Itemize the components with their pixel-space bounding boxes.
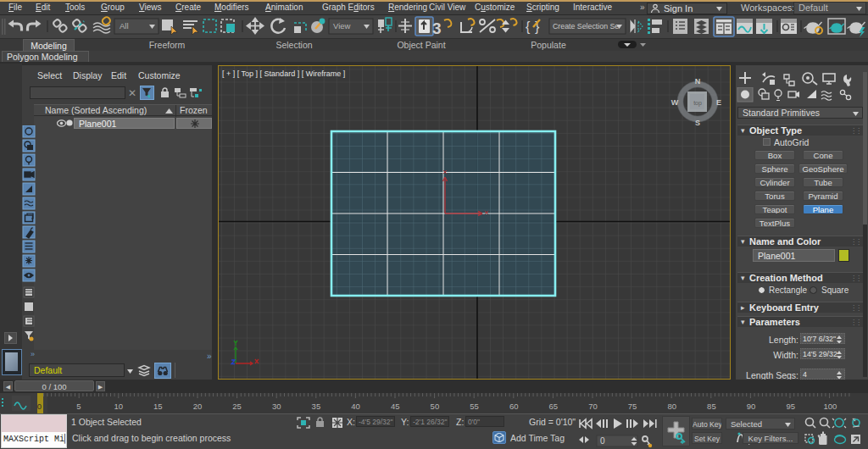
svg-text:top: top bbox=[693, 100, 702, 107]
svg-text:50: 50 bbox=[431, 402, 440, 411]
svg-text:65: 65 bbox=[549, 402, 559, 411]
svg-text:40: 40 bbox=[351, 402, 360, 411]
svg-text:10: 10 bbox=[114, 402, 123, 411]
svg-text:View: View bbox=[333, 21, 351, 30]
svg-text:15: 15 bbox=[153, 402, 163, 411]
svg-text:75: 75 bbox=[628, 402, 637, 411]
svg-text:N: N bbox=[695, 77, 701, 86]
svg-text:0: 0 bbox=[37, 402, 42, 411]
svg-text:{: { bbox=[526, 19, 531, 34]
svg-text:55: 55 bbox=[470, 402, 479, 411]
svg-text:85: 85 bbox=[707, 402, 716, 411]
svg-text:All: All bbox=[120, 21, 129, 30]
svg-text:E: E bbox=[716, 98, 721, 107]
svg-text:3: 3 bbox=[432, 19, 442, 37]
svg-text:100: 100 bbox=[823, 402, 837, 411]
svg-text:30: 30 bbox=[272, 402, 281, 411]
svg-text:70: 70 bbox=[588, 402, 598, 411]
svg-text:»: » bbox=[31, 350, 35, 358]
svg-text:80: 80 bbox=[668, 402, 677, 411]
svg-text:0: 0 bbox=[600, 436, 605, 446]
svg-text:45: 45 bbox=[391, 402, 400, 411]
svg-text:95: 95 bbox=[786, 402, 795, 411]
svg-text:Create Selection Se: Create Selection Se bbox=[553, 22, 619, 30]
svg-text:W: W bbox=[671, 98, 679, 107]
svg-text:[ + ] [ Top ] [ Standard ] [ W: [ + ] [ Top ] [ Standard ] [ Wireframe ] bbox=[222, 69, 345, 78]
svg-text:35: 35 bbox=[312, 402, 321, 411]
svg-text:60: 60 bbox=[509, 402, 519, 411]
svg-text:25: 25 bbox=[232, 402, 242, 411]
svg-text:20: 20 bbox=[193, 402, 203, 411]
svg-text:5: 5 bbox=[76, 402, 81, 411]
svg-text:90: 90 bbox=[747, 402, 756, 411]
svg-text:S: S bbox=[695, 119, 700, 127]
